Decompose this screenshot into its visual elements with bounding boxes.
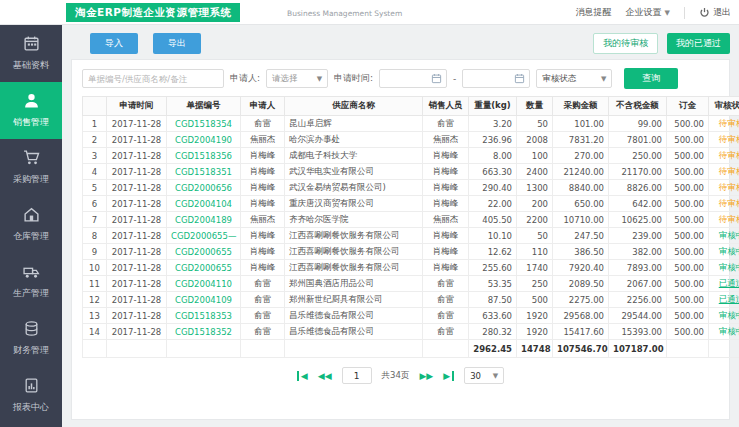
cell-code[interactable]: CGD2000655 — [167, 260, 241, 276]
cell-code[interactable]: CGD2004109 — [167, 292, 241, 308]
cell-code[interactable]: CGD1518356 — [167, 148, 241, 164]
main-content: 导入 导出 我的待审核 我的已通过 申请人: 请选择 ▼ 申请时间: - 审核状 — [62, 25, 739, 427]
cell-code[interactable]: CGD1518352 — [167, 324, 241, 340]
keyword-search-input[interactable] — [82, 69, 224, 88]
table-row[interactable]: 102017-11-28CGD2000655肖梅峰江西喜唰唰餐饮服务有限公司肖梅… — [83, 260, 739, 276]
cell-weight: 10.10 — [469, 228, 517, 244]
cell-deposit: 500.00 — [667, 132, 709, 148]
cell-status: 审核中 — [709, 228, 739, 244]
next-page-button[interactable]: ▶▶ — [419, 371, 433, 381]
cell-date: 2017-11-28 — [107, 148, 167, 164]
sidebar-item-reports[interactable]: 报表中心 — [0, 367, 62, 424]
cell-amount: 101.00 — [553, 116, 609, 132]
search-button[interactable]: 查询 — [624, 68, 678, 89]
cell-weight: 290.40 — [469, 180, 517, 196]
last-page-button[interactable]: ▶ — [443, 371, 454, 381]
cell-code[interactable]: CGD2000656 — [167, 180, 241, 196]
table-row[interactable]: 52017-11-28CGD2000656肖梅峰武汉金易纳贸易有限公司)肖梅峰2… — [83, 180, 739, 196]
cell-weight: 8.00 — [469, 148, 517, 164]
import-button[interactable]: 导入 — [90, 33, 138, 54]
cell-date: 2017-11-28 — [107, 292, 167, 308]
cell-deposit: 500.00 — [667, 196, 709, 212]
sidebar-item-basic-data[interactable]: 基础资料 — [0, 25, 62, 82]
prev-page-button[interactable]: ◀◀ — [318, 371, 332, 381]
table-row[interactable]: 142017-11-28CGD1518352俞雷昌乐维德食品有限公司俞雷280.… — [83, 324, 739, 340]
cell-notax: 29544.00 — [609, 308, 667, 324]
cell-notax: 250.00 — [609, 148, 667, 164]
sidebar-item-sales[interactable]: 销售管理 — [0, 82, 62, 139]
sidebar-item-production[interactable]: 生产管理 — [0, 253, 62, 310]
cell-qty: 2008 — [517, 132, 553, 148]
cell-weight: 3.20 — [469, 116, 517, 132]
table-row[interactable]: 32017-11-28CGD1518356肖梅峰成都电子科技大学肖梅峰8.001… — [83, 148, 739, 164]
total-notax: 107187.00 — [609, 340, 667, 358]
table-row[interactable]: 122017-11-28CGD2004109俞雷郑州新世纪厨具有限公司俞雷87.… — [83, 292, 739, 308]
cell-code[interactable]: CGD2004190 — [167, 132, 241, 148]
cell-qty: 250 — [517, 276, 553, 292]
column-header: 审核状态 — [709, 97, 739, 116]
sidebar-item-purchase[interactable]: 采购管理 — [0, 139, 62, 196]
table-row[interactable]: 132017-11-28CGD1518353俞雷昌乐维德食品有限公司俞雷633.… — [83, 308, 739, 324]
cell-code[interactable]: CGD1518351 — [167, 164, 241, 180]
cell-status: 已通过 — [709, 276, 739, 292]
export-button[interactable]: 导出 — [153, 33, 201, 54]
table-row[interactable]: 22017-11-28CGD2004190焦丽杰哈尔滨办事处焦丽杰236.962… — [83, 132, 739, 148]
sidebar-item-label: 销售管理 — [13, 116, 49, 129]
cell-notax: 7893.00 — [609, 260, 667, 276]
cell-applicant: 俞雷 — [241, 324, 285, 340]
my-passed-button[interactable]: 我的已通过 — [667, 33, 730, 54]
cell-amount: 386.50 — [553, 244, 609, 260]
cell-weight: 53.35 — [469, 276, 517, 292]
cell-applicant: 焦丽杰 — [241, 132, 285, 148]
cell-deposit: 500.00 — [667, 180, 709, 196]
cell-notax: 239.00 — [609, 228, 667, 244]
enterprise-settings-menu[interactable]: 企业设置 ▼ — [626, 6, 670, 19]
cell-code[interactable]: CGD2004110 — [167, 276, 241, 292]
table-row[interactable]: 12017-11-28CGD1518354俞雷昆山卓启辉俞雷3.2050101.… — [83, 116, 739, 132]
review-status-select[interactable]: 审核状态 ▼ — [536, 69, 612, 88]
table-row[interactable]: 42017-11-28CGD1518351肖梅峰武汉华电实业有限公司肖梅峰663… — [83, 164, 739, 180]
cell-status: 审核中 — [709, 308, 739, 324]
cell-qty: 2400 — [517, 164, 553, 180]
page-size-select[interactable]: 30 ▼ — [464, 367, 504, 384]
cell-code[interactable]: CGD1518354 — [167, 116, 241, 132]
cell-code[interactable]: CGD2000655 — [167, 244, 241, 260]
cell-applicant: 俞雷 — [241, 292, 285, 308]
table-row[interactable]: 82017-11-28CGD2000655—肖梅峰江西喜唰唰餐饮服务有限公司肖梅… — [83, 228, 739, 244]
table-row[interactable]: 62017-11-28CGD2004104肖梅峰重庆唐汉商贸有限公司肖梅峰22.… — [83, 196, 739, 212]
cell-deposit: 500.00 — [667, 212, 709, 228]
date-to-input[interactable] — [462, 69, 530, 88]
cell-sales: 俞雷 — [423, 276, 469, 292]
cell-idx: 2 — [83, 132, 107, 148]
cell-qty: 1300 — [517, 180, 553, 196]
cell-applicant: 焦丽杰 — [241, 212, 285, 228]
table-row[interactable]: 92017-11-28CGD2000655肖梅峰江西喜唰唰餐饮服务有限公司肖梅峰… — [83, 244, 739, 260]
cell-code[interactable]: CGD2004104 — [167, 196, 241, 212]
cell-weight: 87.50 — [469, 292, 517, 308]
cell-code[interactable]: CGD2000655— — [167, 228, 241, 244]
cell-idx: 6 — [83, 196, 107, 212]
cell-supplier: 江西喜唰唰餐饮服务有限公司 — [285, 260, 423, 276]
table-row[interactable]: 72017-11-28CGD2004189焦丽杰齐齐哈尔医学院焦丽杰405.50… — [83, 212, 739, 228]
my-pending-review-button[interactable]: 我的待审核 — [593, 33, 658, 54]
message-alert-link[interactable]: 消息提醒 — [576, 6, 612, 19]
sidebar-item-finance[interactable]: 财务管理 — [0, 310, 62, 367]
cell-idx: 7 — [83, 212, 107, 228]
cell-notax: 10625.00 — [609, 212, 667, 228]
sidebar-item-warehouse[interactable]: 仓库管理 — [0, 196, 62, 253]
table-row[interactable]: 112017-11-28CGD2004110俞雷郑州国典酒店用品公司俞雷53.3… — [83, 276, 739, 292]
cell-deposit: 500.00 — [667, 244, 709, 260]
cell-amount: 270.00 — [553, 148, 609, 164]
logout-button[interactable]: 退出 — [699, 6, 731, 19]
cell-notax: 2067.00 — [609, 276, 667, 292]
first-page-button[interactable]: ◀ — [297, 371, 308, 381]
applicant-select[interactable]: 请选择 ▼ — [266, 69, 328, 88]
column-header: 订金 — [667, 97, 709, 116]
cell-code[interactable]: CGD2004189 — [167, 212, 241, 228]
cell-amount: 7831.20 — [553, 132, 609, 148]
date-from-input[interactable] — [379, 69, 447, 88]
page-number-input[interactable] — [342, 367, 372, 384]
cell-idx: 3 — [83, 148, 107, 164]
cell-qty: 200 — [517, 196, 553, 212]
cell-code[interactable]: CGD1518353 — [167, 308, 241, 324]
